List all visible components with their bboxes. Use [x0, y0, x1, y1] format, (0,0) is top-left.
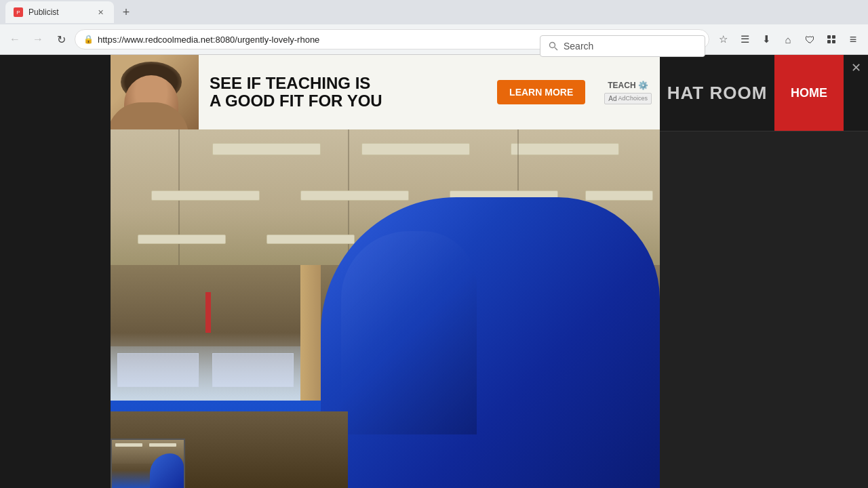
browser-tab[interactable]: P Publicist ✕	[5, 1, 114, 23]
menu-button[interactable]: ≡	[844, 30, 863, 49]
svg-line-5	[555, 47, 557, 50]
svg-rect-0	[827, 35, 831, 39]
close-nav-button[interactable]: ✕	[844, 55, 868, 131]
chat-room-label: HAT ROOM	[660, 55, 774, 131]
ad-person-image	[111, 55, 199, 129]
home-nav-button[interactable]: HOME	[774, 55, 844, 131]
ad-content: SEE IF TEACHING IS A GOOD FIT FOR YOU LE…	[199, 68, 596, 117]
ceiling-light-7	[585, 190, 653, 201]
shield-button[interactable]: 🛡	[800, 30, 819, 49]
svg-rect-3	[832, 40, 835, 43]
ceiling-light-5	[300, 190, 409, 201]
ad-cta-button[interactable]: LEARN MORE	[497, 80, 585, 104]
toolbar-icons: ☆ ☰ ⬇ ⌂ 🛡 ≡	[713, 30, 863, 49]
lock-icon: 🔒	[83, 35, 94, 44]
browser-chrome: P Publicist ✕ + ← → ↻ 🔒 https://www.redc…	[0, 0, 868, 55]
ad-banner: SEE IF TEACHING IS A GOOD FIT FOR YOU LE…	[111, 55, 660, 129]
ceiling-light-8	[138, 235, 226, 244]
svg-point-4	[550, 43, 555, 48]
tab-favicon: P	[14, 7, 23, 17]
video-background	[111, 129, 660, 488]
new-tab-button[interactable]: +	[117, 3, 136, 22]
blue-person-silhouette	[321, 197, 660, 488]
ad-brand-logo: TEACH ⚙️	[608, 81, 648, 90]
extension-button[interactable]	[822, 30, 841, 49]
reading-list-button[interactable]: ☰	[735, 30, 754, 49]
ceiling-light-2	[361, 143, 470, 155]
tab-close-button[interactable]: ✕	[95, 7, 106, 18]
ad-right-section: TEACH ⚙️ Ad AdChoices	[596, 75, 660, 110]
ad-badge: Ad AdChoices	[604, 93, 652, 104]
tan-post	[300, 265, 321, 401]
ceiling-light-3	[511, 143, 619, 155]
preview-video-content	[112, 440, 184, 488]
download-button[interactable]: ⬇	[757, 30, 776, 49]
chat-content-area	[660, 131, 868, 488]
address-bar-row: ← → ↻ 🔒 https://www.redcoolmedia.net:808…	[0, 24, 868, 54]
video-area: SEE IF TEACHING IS A GOOD FIT FOR YOU LE…	[111, 55, 660, 488]
reload-button[interactable]: ↻	[52, 30, 71, 49]
red-accent	[205, 292, 211, 333]
ad-headline: SEE IF TEACHING IS A GOOD FIT FOR YOU	[210, 75, 486, 110]
svg-rect-2	[827, 40, 831, 43]
small-preview-thumbnail[interactable]: mikjonlee	[111, 439, 185, 488]
window-2	[212, 353, 294, 387]
svg-rect-1	[832, 35, 835, 39]
nav-bar: HAT ROOM HOME ✕	[660, 55, 868, 131]
right-overlay-panel: HAT ROOM HOME ✕	[660, 55, 868, 488]
ceiling-light-9	[267, 235, 355, 244]
bookmark-button[interactable]: ☆	[713, 30, 732, 49]
content-area: SEE IF TEACHING IS A GOOD FIT FOR YOU LE…	[0, 55, 868, 488]
search-icon	[549, 41, 558, 51]
tab-bar: P Publicist ✕ +	[0, 0, 868, 24]
home-browser-button[interactable]: ⌂	[778, 30, 797, 49]
sidebar-left	[0, 55, 111, 488]
back-button[interactable]: ←	[5, 30, 24, 49]
tab-title: Publicist	[28, 7, 90, 17]
forward-button[interactable]: →	[28, 30, 47, 49]
search-input-label: Search	[564, 41, 593, 52]
search-bar-overlay[interactable]: Search	[540, 35, 705, 57]
ceiling-light-4	[151, 190, 260, 201]
window-1	[117, 353, 199, 387]
ceiling-light-1	[212, 143, 321, 155]
